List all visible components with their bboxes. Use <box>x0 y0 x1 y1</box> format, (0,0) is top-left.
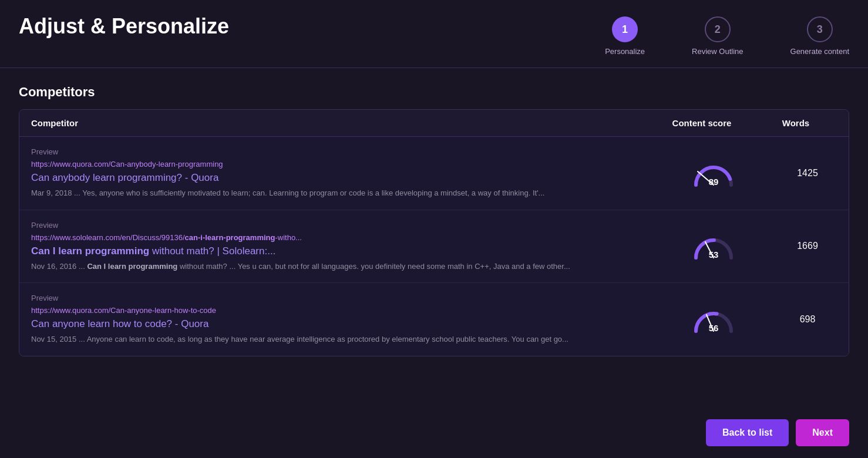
preview-label-1: Preview <box>31 147 649 156</box>
table-row: Preview https://www.sololearn.com/en/Dis… <box>19 210 849 284</box>
competitor-cell-3: Preview https://www.quora.com/Can-anyone… <box>19 283 661 356</box>
header-competitor: Competitor <box>31 118 649 128</box>
footer: Back to list Next <box>687 408 868 458</box>
step-3-circle: 3 <box>807 16 833 42</box>
competitor-url-3: https://www.quora.com/Can-anyone-learn-h… <box>31 306 649 315</box>
section-title: Competitors <box>19 85 849 100</box>
preview-label-2: Preview <box>31 221 649 230</box>
words-cell-1: 1425 <box>766 137 849 210</box>
header-words: Words <box>755 118 837 128</box>
step-1-circle: 1 <box>612 16 638 42</box>
score-cell-3: 56 <box>661 283 766 356</box>
back-to-list-button[interactable]: Back to list <box>706 419 789 446</box>
competitor-title-3: Can anyone learn how to code? - Quora <box>31 318 649 330</box>
main-content: Competitors Competitor Content score Wor… <box>0 68 868 373</box>
step-2-circle: 2 <box>705 16 731 42</box>
step-3: 3 Generate content <box>790 16 849 56</box>
gauge-2: 53 <box>690 231 737 261</box>
preview-label-3: Preview <box>31 294 649 302</box>
step-2-label: Review Outline <box>692 47 743 56</box>
competitor-cell-1: Preview https://www.quora.com/Can-anybod… <box>19 137 661 210</box>
competitor-snippet-3: Nov 15, 2015 ... Anyone can learn to cod… <box>31 334 649 345</box>
gauge-value-1: 89 <box>709 177 719 187</box>
score-cell-1: 89 <box>661 137 766 210</box>
score-cell-2: 53 <box>661 210 766 283</box>
header-content-score: Content score <box>649 118 755 128</box>
competitors-table: Competitor Content score Words Preview h… <box>19 109 849 356</box>
words-cell-2: 1669 <box>766 210 849 283</box>
competitor-url-2: https://www.sololearn.com/en/Discuss/991… <box>31 233 649 242</box>
gauge-value-2: 53 <box>709 250 719 260</box>
table-row: Preview https://www.quora.com/Can-anyone… <box>19 283 849 356</box>
competitor-snippet-2: Nov 16, 2016 ... Can I learn programming… <box>31 261 649 272</box>
gauge-1: 89 <box>690 159 737 188</box>
next-button[interactable]: Next <box>796 419 849 446</box>
step-1: 1 Personalize <box>605 16 645 56</box>
competitor-cell-2: Preview https://www.sololearn.com/en/Dis… <box>19 210 661 283</box>
page-header: Adjust & Personalize 1 Personalize 2 Rev… <box>0 0 868 68</box>
competitor-title-1: Can anybody learn programming? - Quora <box>31 172 649 184</box>
gauge-value-3: 56 <box>709 323 719 333</box>
step-2: 2 Review Outline <box>692 16 743 56</box>
table-header: Competitor Content score Words <box>19 110 849 137</box>
page-title: Adjust & Personalize <box>19 14 229 39</box>
competitor-title-2: Can I learn programming without math? | … <box>31 245 649 257</box>
step-3-label: Generate content <box>790 47 849 56</box>
gauge-3: 56 <box>690 305 737 334</box>
words-cell-3: 698 <box>766 283 849 356</box>
competitor-url-1: https://www.quora.com/Can-anybody-learn-… <box>31 160 649 169</box>
step-1-label: Personalize <box>605 47 645 56</box>
competitor-snippet-1: Mar 9, 2018 ... Yes, anyone who is suffi… <box>31 187 649 199</box>
steps-nav: 1 Personalize 2 Review Outline 3 Generat… <box>605 14 849 56</box>
table-row: Preview https://www.quora.com/Can-anybod… <box>19 137 849 210</box>
